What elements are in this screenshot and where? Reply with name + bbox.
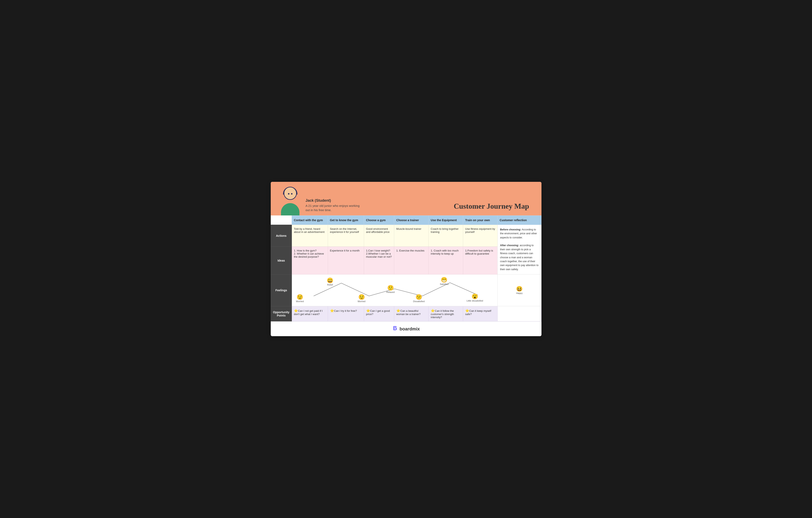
header: Jack (Student) A 21 year old junior who … [271,182,542,215]
feeling-worried-2: 😟 Worried [357,294,365,303]
feelings-row: Feelings [271,274,541,306]
feeling-little-dissatisfied: 😮 Little dissatisfied [467,294,483,302]
col-header-train-own: Train on your own [463,215,498,225]
feeling-worried-1: 😟 Worried [296,294,304,303]
opportunity-row: Opportunity Points ⭐Can I not get paid i… [271,306,541,322]
opp-train-own: ⭐Can it keep myself safe? [463,306,498,322]
empty-header [271,215,292,225]
opp-choose-trainer: ⭐Can a beautiful woman be a trainer? [394,306,429,322]
journey-map: Contact with the gym Get to know the gym… [271,215,542,322]
actions-choose-trainer: Muscle-bound trainer [394,225,429,247]
actions-row: Actions Told by a friend, heard about in… [271,225,541,247]
col-header-choose-gym: Choose a gym [364,215,394,225]
col-header-contact: Contact with the gym [292,215,328,225]
feeling-relaxed: 🙂 Relaxed [386,285,395,293]
col-header-equipment: Use the Equipment [429,215,463,225]
avatar [279,187,301,215]
ideas-equipment: 1. Coach with too much intensity to keep… [429,247,463,274]
col-header-choose-trainer: Choose a trainer [394,215,429,225]
feelings-label: Feelings [271,274,292,306]
reflection-cell: Before choosing: According to the enviro… [498,225,541,274]
ideas-contact: 1. How is the gym?2. Whether it can achi… [292,247,328,274]
actions-label: Actions [271,225,292,247]
opp-choose-gym: ⭐Can I get a good price? [364,306,394,322]
opp-reflection [498,306,541,322]
page-wrapper: Jack (Student) A 21 year old junior who … [271,182,542,336]
col-header-reflection: Customer reflection [498,215,541,225]
ideas-train-own: 1.Freedom but safety is difficult to gua… [463,247,498,274]
actions-equipment: Coach to bring together training [429,225,463,247]
ideas-label: Ideas [271,247,292,274]
column-headers: Contact with the gym Get to know the gym… [271,215,541,225]
feelings-chart-area: 😟 Worried 😀 Relief 😟 [292,274,497,306]
feeling-dissatisfied: 😕 Dissatisfied [413,294,425,303]
feeling-satisfied: 😁 Satisfied [440,277,448,285]
ideas-choose-trainer: 1. Exercise the muscles [394,247,429,274]
actions-choose-gym: Good environment and affordable price [364,225,394,247]
footer: boardmix [271,322,542,336]
actions-train-own: Use fitness equipment by yourself [463,225,498,247]
actions-know: Search on the Internet, experience it fo… [328,225,364,247]
actions-contact: Told by a friend, heard about in an adve… [292,225,328,247]
opportunity-label: Opportunity Points [271,306,292,322]
journey-table: Contact with the gym Get to know the gym… [271,215,542,322]
feelings-reflection: 😆 Happy [498,274,541,306]
feeling-relief: 😀 Relief [327,278,333,286]
brand-name: boardmix [400,326,420,332]
ideas-know: Experience it for a month [328,247,364,274]
opp-contact: ⭐Can I not get paid if I don't get what … [292,306,328,322]
opp-equipment: ⭐Can it follow the customer's strength i… [429,306,463,322]
col-header-know: Get to know the gym [328,215,364,225]
opp-know: ⭐Can I try it for free? [328,306,364,322]
logo-icon [392,325,398,333]
page-title: Customer Journey Map [454,202,529,211]
ideas-choose-gym: 1.Can I lose weight?2.Whether I can be a… [364,247,394,274]
